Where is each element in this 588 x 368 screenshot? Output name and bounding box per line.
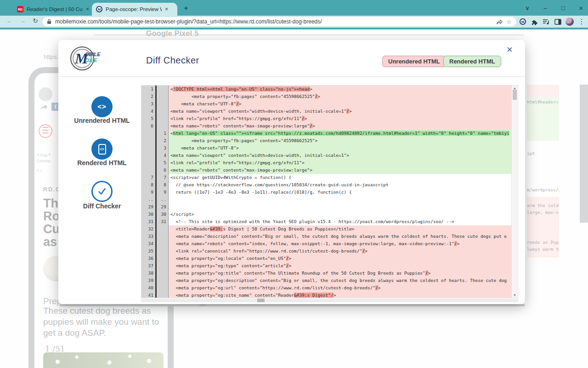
window-close-button[interactable]: × — [574, 0, 588, 16]
diff-row: 35 <link rel="canonical" href="https://w… — [141, 247, 511, 255]
modal-title: Diff Checker — [146, 55, 199, 66]
diff-row: 2929 — [141, 203, 511, 211]
window-maximize-button[interactable]: □ — [556, 0, 570, 16]
check-icon — [96, 185, 108, 197]
diff-row: 38 <meta property="og:title" content="Th… — [141, 270, 511, 277]
browser-toolbar: ← → ↻ mobilemoxie.com/tools/mobile-page-… — [0, 16, 588, 28]
scroll-up-icon[interactable]: ▲ — [512, 86, 518, 90]
tab-readers-digest[interactable]: RD Reader's Digest | 50 Cutest Dog × — [13, 3, 93, 16]
window-chevron-icon[interactable]: ∨ — [520, 0, 534, 16]
diff-row: 40 <meta property="og:url" content="http… — [141, 284, 511, 292]
sidebar-label-diff-checker: Diff Checker — [70, 202, 134, 211]
url-text: mobilemoxie.com/tools/mobile-page-test-b… — [55, 18, 492, 25]
modal-close-icon[interactable]: × — [507, 44, 513, 56]
forward-button[interactable]: → — [17, 17, 28, 26]
scrollbar-thumb[interactable] — [513, 90, 517, 100]
scroll-down-icon[interactable]: ▼ — [512, 293, 518, 297]
diff-row: 41 <meta property="og:site_name" content… — [141, 292, 511, 298]
diff-horizontal-scrollbar[interactable] — [141, 299, 518, 302]
diff-row: 37 <meta property="og:type" content="art… — [141, 262, 511, 270]
diff-row: 3 <meta charset="UTF-8"/> — [141, 100, 511, 108]
diff-row: 4<meta name="viewport" content="width=de… — [141, 152, 511, 159]
diff-row: 99 return ([1e7] -1e3 -4e3 -8e3 -1e11).r… — [141, 189, 511, 196]
diff-row: 3 <meta charset="UTF-8"> — [141, 144, 511, 152]
diff-row: 5<link rel="profile" href="https://gmpg.… — [141, 159, 511, 167]
sidebar-item-diff-checker[interactable] — [91, 181, 113, 202]
sidebar-item-unrendered-html[interactable]: <> — [91, 96, 113, 117]
diff-row: 1<html lang="en-US" class=""><iframe src… — [141, 130, 511, 137]
mobilemoxie-extension-icon[interactable]: M — [517, 17, 528, 26]
device-code-icon: <> — [98, 144, 106, 155]
mobilemoxie-logo: M OBILE OXIE — [70, 46, 97, 73]
diff-row: 6<meta name="robots" content="max-image-… — [141, 167, 511, 174]
side-panel-icon[interactable] — [552, 17, 563, 26]
diff-row: 88 // @see https://stackoverflow.com/que… — [141, 181, 511, 189]
diff-row: 33 <meta name="description" content="Big… — [141, 233, 511, 240]
tab-title: Reader's Digest | 50 Cutest Dog — [27, 6, 83, 12]
bookmark-star-icon[interactable]: ☆ — [506, 18, 512, 25]
sidebar-label-rendered: Rendered HTML — [70, 159, 134, 167]
diff-rows: 1<!DOCTYPE html><html lang="en-US" class… — [141, 85, 511, 298]
tab-pageoscope[interactable]: M Page-oscope: Preview Websites × — [92, 3, 177, 16]
code-icon: <> — [97, 103, 107, 111]
share-icon[interactable] — [496, 19, 503, 25]
avatar-image — [565, 17, 574, 26]
sidebar-item-rendered-html[interactable]: <> — [91, 138, 113, 160]
media-list-icon[interactable] — [540, 17, 551, 26]
address-bar[interactable]: mobilemoxie.com/tools/mobile-page-test-b… — [42, 17, 516, 26]
diff-row: 39 <meta property="og:description" conte… — [141, 277, 511, 284]
diff-row: 32 <title>Reader&#39;s Digest | 50 Cutes… — [141, 225, 511, 233]
diff-checker-modal: M OBILE OXIE Diff Checker Unrendered HTM… — [58, 40, 525, 304]
window-minimize-button[interactable]: – — [538, 0, 552, 16]
lock-icon — [47, 19, 51, 24]
diff-row: 2 <meta property="fb:pages" content="455… — [141, 93, 511, 100]
tab-title: Page-oscope: Preview Websites — [106, 6, 162, 12]
sidebar-label-unrendered: Unrendered HTML — [70, 116, 134, 125]
tab-close-icon[interactable]: × — [86, 6, 89, 12]
diff-row: 6<meta name="robots" content="max-image-… — [141, 122, 511, 130]
diff-row: 3030</script> — [141, 211, 511, 218]
diff-row: 36 <meta property="og:locale" content="e… — [141, 255, 511, 262]
browser-titlebar: RD Reader's Digest | 50 Cutest Dog × M P… — [0, 0, 588, 16]
readers-digest-favicon: RD — [17, 6, 23, 12]
diff-vertical-scrollbar[interactable]: ▲ ▼ — [511, 85, 518, 298]
browser-menu-icon[interactable]: ⋮ — [576, 17, 587, 26]
new-tab-button[interactable]: + — [184, 4, 188, 13]
reload-button[interactable]: ↻ — [30, 17, 40, 26]
rendered-html-button[interactable]: Rendered HTML — [443, 56, 501, 67]
scrollbar-thumb[interactable] — [257, 299, 265, 302]
diff-row: 5<link rel="profile" href="https://gmpg.… — [141, 115, 511, 122]
unrendered-html-button[interactable]: Unrendered HTML — [382, 56, 446, 67]
profile-avatar[interactable] — [564, 17, 575, 26]
back-button[interactable]: ← — [5, 17, 15, 26]
extensions-puzzle-icon[interactable] — [528, 17, 539, 26]
mobilemoxie-favicon: M — [96, 6, 102, 12]
diff-row: 3131 <!-- This site is optimized with th… — [141, 218, 511, 225]
diff-row: .... — [141, 196, 511, 203]
diff-row: 4<meta name="viewport" content="width=de… — [141, 108, 511, 115]
modal-header: M OBILE OXIE Diff Checker Unrendered HTM… — [58, 40, 525, 77]
diff-row: 34 <meta name="robots" content="index, f… — [141, 240, 511, 247]
diff-row: 77<script>var getUUIDv4WithCrypto = func… — [141, 174, 511, 181]
tab-close-icon[interactable]: × — [165, 6, 168, 12]
diff-row: 2 <meta property="fb:pages" content="455… — [141, 137, 511, 144]
diff-row: 1<!DOCTYPE html><html lang="en-US" class… — [141, 86, 511, 93]
